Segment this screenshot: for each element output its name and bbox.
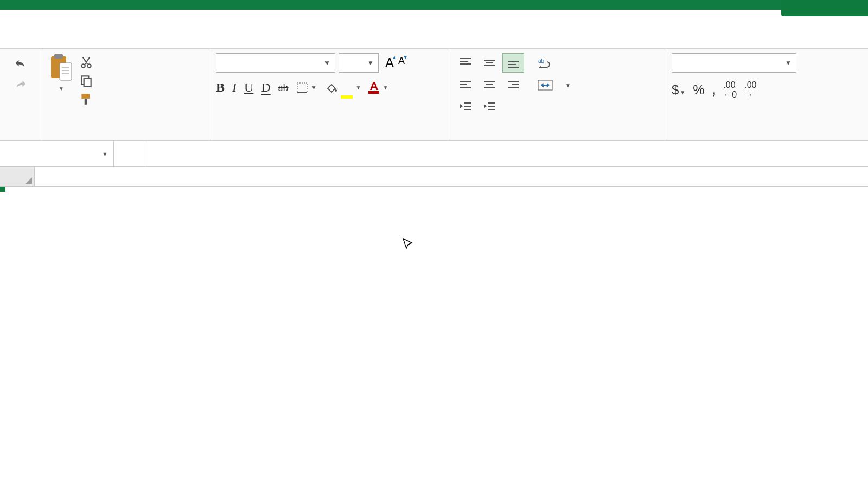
group-label-font [216, 136, 441, 138]
merge-center-button[interactable]: ▼ [537, 78, 571, 92]
worksheet [0, 167, 868, 187]
name-box[interactable]: ▼ [0, 141, 114, 166]
format-painter-icon [79, 92, 93, 106]
accounting-format-button[interactable]: $▼ [672, 82, 685, 98]
group-label-alignment [455, 136, 658, 138]
copy-icon [79, 74, 93, 88]
comma-format-button[interactable]: , [712, 82, 716, 98]
bold-button[interactable]: B [216, 80, 225, 95]
svg-rect-10 [297, 83, 307, 93]
svg-rect-7 [84, 79, 91, 87]
fx-button[interactable] [114, 141, 146, 166]
strikethrough-button[interactable]: ab [278, 81, 289, 94]
svg-rect-8 [81, 94, 90, 99]
paste-dropdown-icon[interactable]: ▼ [59, 86, 64, 92]
italic-button[interactable]: I [232, 80, 237, 95]
decrease-font-size-button[interactable]: A▼ [398, 55, 405, 70]
orientation-button [502, 97, 524, 116]
align-right-button[interactable] [502, 75, 524, 94]
chevron-down-icon: ▼ [324, 59, 330, 67]
svg-point-12 [335, 89, 337, 92]
align-left-button[interactable] [455, 75, 476, 94]
svg-rect-1 [54, 54, 63, 59]
wrap-text-button[interactable]: ab [537, 56, 571, 70]
chevron-down-icon: ▼ [785, 59, 792, 67]
decrease-indent-button[interactable] [455, 97, 476, 116]
borders-button[interactable]: ▼ [296, 82, 317, 94]
group-label-undo [7, 136, 34, 138]
increase-font-size-button[interactable]: A▲ [385, 55, 394, 70]
group-label-clipboard [48, 136, 202, 138]
copy-button[interactable] [79, 74, 98, 88]
select-all-corner[interactable] [0, 167, 35, 186]
merge-center-icon [537, 78, 553, 92]
undo-icon[interactable] [11, 57, 30, 73]
svg-rect-2 [60, 63, 72, 80]
increase-indent-button[interactable] [478, 97, 500, 116]
align-center-button[interactable] [478, 75, 500, 94]
chevron-down-icon: ▼ [102, 151, 108, 157]
fill-bucket-icon [324, 81, 339, 95]
title-bar [0, 0, 868, 10]
percent-format-button[interactable]: % [693, 82, 704, 98]
chevron-down-icon: ▼ [311, 85, 317, 91]
fill-color-button[interactable]: ▼ [324, 81, 361, 95]
decrease-decimal-button[interactable]: .00→ [744, 80, 756, 100]
cut-icon [79, 55, 93, 69]
paste-button[interactable]: ▼ [48, 53, 74, 92]
chevron-down-icon: ▼ [356, 85, 361, 91]
ribbon-tabs [0, 10, 868, 49]
svg-text:ab: ab [538, 58, 545, 64]
font-color-button[interactable]: A ▼ [368, 81, 388, 94]
column-headers [0, 167, 868, 187]
font-name-combo[interactable]: ▼ [216, 53, 335, 73]
chevron-down-icon: ▼ [367, 59, 374, 67]
chevron-down-icon: ▼ [565, 82, 571, 88]
double-underline-button[interactable]: D [261, 80, 270, 95]
svg-rect-9 [85, 99, 87, 105]
formula-bar: ▼ [0, 141, 868, 167]
align-middle-button[interactable] [478, 53, 500, 73]
paste-icon [48, 53, 74, 84]
align-bottom-button[interactable] [502, 53, 524, 73]
increase-decimal-button[interactable]: .00←0 [723, 80, 737, 100]
cut-button[interactable] [79, 55, 98, 69]
font-color-swatch [368, 91, 379, 94]
format-painter-button[interactable] [79, 92, 98, 106]
mouse-cursor-icon [401, 237, 414, 254]
fill-color-swatch [341, 95, 353, 99]
fill-handle[interactable] [0, 187, 5, 192]
ribbon: ▼ [0, 49, 868, 141]
underline-button[interactable]: U [244, 80, 253, 95]
font-color-icon: A [369, 81, 378, 91]
redo-icon[interactable] [11, 78, 30, 93]
font-size-combo[interactable]: ▼ [339, 53, 379, 73]
align-top-button[interactable] [455, 53, 476, 73]
number-format-combo[interactable]: ▼ [672, 53, 796, 73]
wrap-text-icon: ab [537, 56, 553, 70]
chevron-down-icon: ▼ [382, 85, 388, 91]
borders-icon [296, 82, 308, 94]
window-controls-area [781, 0, 868, 16]
group-label-number [672, 136, 800, 138]
